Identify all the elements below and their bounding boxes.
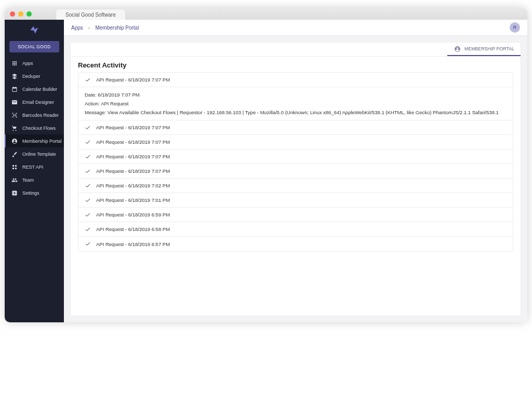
mail-icon: [11, 99, 18, 106]
app-body: SOCIAL GOOD Apps Deduper Calendar Builde…: [5, 20, 527, 322]
row-text: API Request - 6/18/2019 7:07 PM: [96, 168, 170, 174]
logo: [5, 20, 64, 40]
row-text: API Request - 6/18/2019 6:58 PM: [96, 226, 170, 232]
table-row[interactable]: API Request - 6/18/2019 7:07 PM: [78, 135, 513, 149]
detail-date: Date: 6/18/2019 7:07 PM: [85, 92, 507, 98]
browser-tab[interactable]: Social Good Software: [56, 9, 126, 20]
breadcrumb-current[interactable]: Membership Portal: [95, 25, 139, 31]
sidebar-item-email[interactable]: Email Designer: [5, 96, 64, 108]
titlebar: Social Good Software: [5, 8, 527, 20]
sidebar-item-label: Apps: [22, 61, 33, 66]
row-text: API Request - 6/18/2019 7:07 PM: [96, 125, 170, 130]
check-icon: [85, 197, 91, 203]
api-icon: [11, 163, 18, 171]
table-row[interactable]: API Request - 6/18/2019 7:01 PM: [78, 193, 513, 208]
row-text: API Request - 6/18/2019 6:57 PM: [96, 241, 170, 247]
check-icon: [85, 241, 91, 247]
scan-icon: [11, 112, 18, 119]
layers-icon: [11, 73, 18, 80]
tab-label: MEMBERSHIP PORTAL: [464, 46, 514, 51]
section-title: Recent Activity: [71, 57, 521, 72]
brush-icon: [11, 151, 18, 158]
table-row[interactable]: API Request - 6/18/2019 7:07 PM: [78, 120, 513, 135]
close-icon[interactable]: [10, 11, 15, 17]
detail-message: Message: View Available Checkout Flows |…: [85, 110, 507, 115]
table-row[interactable]: API Request - 6/18/2019 7:02 PM: [78, 179, 513, 193]
check-icon: [85, 125, 91, 131]
tab-membership-portal[interactable]: MEMBERSHIP PORTAL: [447, 43, 521, 56]
table-row[interactable]: API Request - 6/18/2019 6:58 PM: [78, 222, 513, 237]
row-text: API Request - 6/18/2019 7:07 PM: [96, 77, 170, 83]
content-card: MEMBERSHIP PORTAL Recent Activity API Re…: [70, 42, 521, 316]
row-text: API Request - 6/18/2019 7:01 PM: [96, 197, 170, 203]
row-text: API Request - 6/18/2019 7:02 PM: [96, 183, 170, 188]
sidebar: SOCIAL GOOD Apps Deduper Calendar Builde…: [5, 20, 64, 322]
sidebar-item-membership[interactable]: Membership Portal: [5, 134, 64, 147]
topbar: Apps › Membership Portal R: [64, 20, 527, 36]
breadcrumb-root[interactable]: Apps: [71, 25, 83, 31]
sidebar-item-label: REST API: [22, 165, 43, 170]
sidebar-item-label: Email Designer: [22, 100, 54, 105]
row-text: API Request - 6/18/2019 6:59 PM: [96, 212, 170, 217]
activity-list: API Request - 6/18/2019 7:07 PM Date: 6/…: [78, 72, 513, 252]
row-text: API Request - 6/18/2019 7:07 PM: [96, 139, 170, 145]
card-header: MEMBERSHIP PORTAL: [71, 43, 521, 57]
nav-list: Apps Deduper Calendar Builder Email Desi…: [5, 57, 64, 199]
table-row[interactable]: API Request - 6/18/2019 7:07 PM: [78, 149, 513, 164]
app-window: Social Good Software SOCIAL GOOD Apps De…: [5, 8, 527, 322]
sidebar-item-settings[interactable]: Settings: [5, 186, 64, 199]
account-icon: [11, 138, 18, 145]
check-icon: [85, 139, 91, 145]
sidebar-item-calendar[interactable]: Calendar Builder: [5, 83, 64, 96]
sidebar-item-label: Team: [22, 178, 34, 183]
sidebar-item-apps[interactable]: Apps: [5, 57, 64, 70]
minimize-icon[interactable]: [18, 11, 23, 17]
sidebar-item-barcodes[interactable]: Barcodes Reader: [5, 108, 64, 121]
account-icon: [454, 45, 461, 52]
table-row[interactable]: API Request - 6/18/2019 6:57 PM: [78, 237, 513, 251]
table-row[interactable]: API Request - 6/18/2019 6:59 PM: [78, 208, 513, 222]
table-row[interactable]: API Request - 6/18/2019 7:07 PM: [78, 164, 513, 179]
check-icon: [85, 154, 91, 160]
check-icon: [85, 168, 91, 174]
row-detail: Date: 6/18/2019 7:07 PM Action: API Requ…: [78, 87, 513, 120]
row-text: API Request - 6/18/2019 7:07 PM: [96, 154, 170, 159]
table-row[interactable]: API Request - 6/18/2019 7:07 PM: [78, 73, 513, 87]
cart-icon: [11, 125, 18, 132]
calendar-icon: [11, 86, 18, 93]
sidebar-item-restapi[interactable]: REST API: [5, 160, 64, 173]
plus-box-icon: [11, 189, 18, 197]
sidebar-item-label: Settings: [22, 190, 39, 196]
check-icon: [85, 226, 91, 233]
sidebar-item-template[interactable]: Online Template: [5, 147, 64, 160]
sidebar-item-label: Deduper: [22, 74, 41, 79]
sidebar-item-label: Calendar Builder: [22, 87, 57, 92]
sidebar-item-label: Membership Portal: [22, 139, 62, 144]
check-icon: [85, 183, 91, 189]
detail-action: Action: API Request: [85, 101, 507, 106]
grid-icon: [11, 60, 18, 67]
team-icon: [11, 176, 18, 184]
sidebar-item-label: Online Template: [22, 152, 56, 157]
window-controls: [10, 11, 32, 17]
sidebar-item-label: Barcodes Reader: [22, 113, 59, 118]
sidebar-item-team[interactable]: Team: [5, 173, 64, 186]
sidebar-item-checkout[interactable]: Checkout Flows: [5, 121, 64, 134]
brand-button[interactable]: SOCIAL GOOD: [9, 41, 59, 52]
chevron-right-icon: ›: [88, 24, 90, 31]
main-area: Apps › Membership Portal R MEMBERSHIP PO…: [64, 20, 527, 322]
avatar[interactable]: R: [510, 22, 520, 33]
breadcrumb: Apps › Membership Portal: [71, 24, 139, 31]
check-icon: [85, 212, 91, 218]
sidebar-item-deduper[interactable]: Deduper: [5, 70, 64, 83]
maximize-icon[interactable]: [26, 11, 32, 17]
check-icon: [85, 77, 91, 83]
sidebar-item-label: Checkout Flows: [22, 126, 56, 131]
